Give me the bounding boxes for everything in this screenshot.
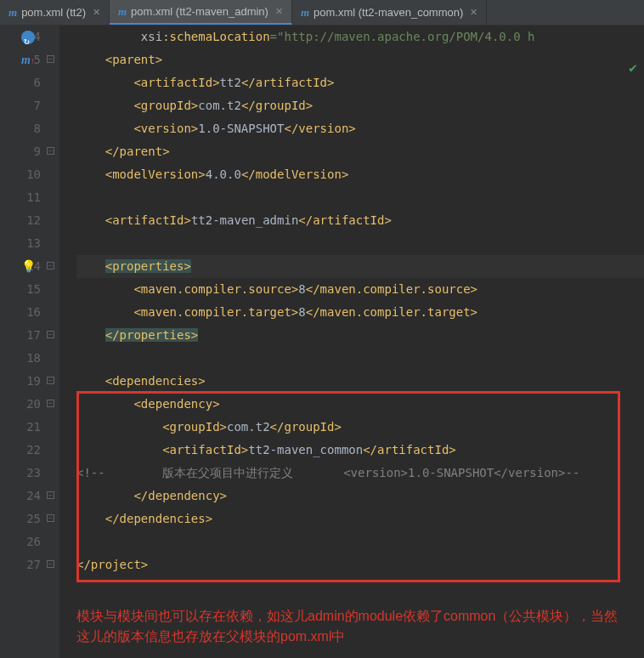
line-gutter: 4 5− 6 7 8 9− 10 11 12 13 14− 15 16 17− … — [0, 26, 59, 658]
line-number: 11 — [0, 186, 41, 209]
fold-marker[interactable]: − — [47, 491, 54, 499]
line-number: 20− — [0, 393, 41, 416]
code-line: <artifactId>tt2-maven_common</artifactId… — [76, 439, 644, 462]
fold-marker[interactable]: − — [47, 514, 54, 522]
line-number: 18 — [0, 347, 41, 370]
line-number: 23 — [0, 462, 41, 485]
line-number: 15 — [0, 278, 41, 301]
fold-marker[interactable]: − — [47, 560, 54, 568]
code-line: </properties> — [76, 324, 644, 347]
fold-marker[interactable]: − — [47, 331, 54, 338]
tab-pom-common[interactable]: m pom.xml (tt2-maven_common) ✕ — [292, 0, 487, 25]
code-line: <maven.compiler.target>8</maven.compiler… — [76, 301, 644, 324]
tab-label: pom.xml (tt2-maven_admin) — [131, 5, 268, 18]
line-number: 24− — [0, 485, 41, 508]
code-line — [76, 347, 644, 370]
line-number: 6 — [0, 71, 41, 94]
code-line — [76, 232, 644, 255]
fold-marker[interactable]: − — [47, 262, 54, 269]
tab-pom-admin[interactable]: m pom.xml (tt2-maven_admin) ✕ — [110, 0, 292, 25]
tab-pom-tt2[interactable]: m pom.xml (tt2) ✕ — [0, 0, 110, 25]
code-line — [76, 530, 644, 553]
line-number: 26 — [0, 530, 41, 553]
code-line: <dependency> — [76, 393, 644, 416]
fold-marker[interactable]: − — [47, 147, 54, 155]
fold-marker[interactable]: − — [47, 55, 54, 63]
code-line: m↑ <parent> — [76, 48, 644, 71]
fold-marker[interactable]: − — [47, 377, 54, 384]
close-icon[interactable]: ✕ — [470, 7, 477, 18]
code-line: <!-- 版本在父项目中进行定义 <version>1.0-SNAPSHOT</… — [76, 462, 644, 485]
fold-marker[interactable]: − — [47, 400, 54, 407]
line-number: 19− — [0, 370, 41, 393]
maven-icon: m — [118, 5, 127, 19]
code-line — [76, 186, 644, 209]
editor-tabs: m pom.xml (tt2) ✕ m pom.xml (tt2-maven_a… — [0, 0, 644, 26]
tab-label: pom.xml (tt2) — [21, 6, 86, 19]
line-number: 13 — [0, 232, 41, 255]
refresh-icon[interactable] — [21, 31, 35, 44]
code-line: <groupId>com.t2</groupId> — [76, 416, 644, 439]
line-number: 16 — [0, 301, 41, 324]
line-number: 8 — [0, 117, 41, 140]
tab-label: pom.xml (tt2-maven_common) — [314, 6, 463, 19]
code-line: <maven.compiler.source>8</maven.compiler… — [76, 278, 644, 301]
code-line: </dependency> — [76, 485, 644, 508]
code-line: </parent> — [76, 140, 644, 163]
code-line: <artifactId>tt2-maven_admin</artifactId> — [76, 209, 644, 232]
line-number: 12 — [0, 209, 41, 232]
code-line: 💡 <properties> — [76, 255, 644, 278]
maven-icon: m — [301, 6, 309, 20]
line-number: 9− — [0, 140, 41, 163]
code-line: <modelVersion>4.0.0</modelVersion> — [76, 163, 644, 186]
code-line: <dependencies> — [76, 370, 644, 393]
close-icon[interactable]: ✕ — [275, 6, 283, 17]
line-number: 7 — [0, 94, 41, 117]
annotation-text: 模块与模块间也可以存在依赖，如这儿admin的module依赖了common（公… — [76, 606, 620, 647]
code-line: <version>1.0-SNAPSHOT</version> — [76, 117, 644, 140]
line-number: 22 — [0, 439, 41, 462]
bulb-icon[interactable]: 💡 — [21, 255, 36, 278]
line-number: 17− — [0, 324, 41, 347]
maven-icon: m — [8, 6, 17, 20]
code-line: </dependencies> — [76, 508, 644, 530]
code-line: <artifactId>tt2</artifactId> — [76, 71, 644, 94]
line-number: 25− — [0, 508, 41, 530]
line-number: 10 — [0, 163, 41, 186]
close-icon[interactable]: ✕ — [93, 7, 100, 18]
code-content[interactable]: xsi:schemaLocation="http://maven.apache.… — [59, 26, 644, 658]
code-line: xsi:schemaLocation="http://maven.apache.… — [76, 26, 644, 48]
code-line: </project> — [76, 553, 644, 576]
code-line: <groupId>com.t2</groupId> — [76, 94, 644, 117]
line-number: 21 — [0, 416, 41, 439]
code-editor[interactable]: ✔ 4 5− 6 7 8 9− 10 11 12 13 14− 15 16 17… — [0, 26, 644, 658]
line-number: 27− — [0, 553, 41, 576]
